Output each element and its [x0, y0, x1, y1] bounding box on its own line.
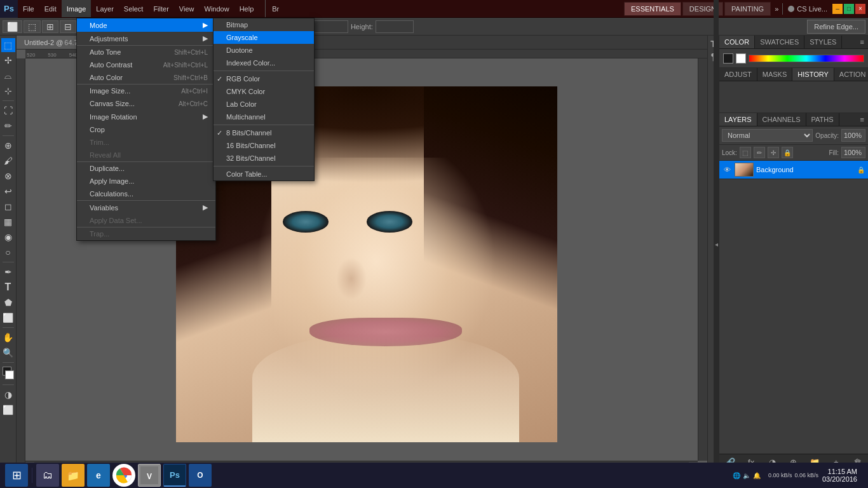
window-maximize[interactable]: □ — [844, 4, 854, 14]
tab-color[interactable]: COLOR — [719, 36, 755, 48]
tab-styles[interactable]: STYLES — [804, 36, 842, 48]
vertical-scrollbar[interactable] — [698, 58, 707, 461]
menu-image-size[interactable]: Image Size... Alt+Ctrl+I — [77, 85, 215, 97]
menu-help[interactable]: Help — [234, 0, 259, 17]
selection-options-btn[interactable]: ⬜ — [3, 20, 22, 33]
lock-all-btn[interactable]: 🔒 — [782, 147, 793, 158]
volume-icon[interactable]: 🔈 — [743, 472, 750, 479]
menu-trim[interactable]: Trim... — [77, 136, 215, 149]
taskbar-file-explorer[interactable]: 🗂 — [36, 464, 59, 487]
mode-multichannel[interactable]: Multichannel — [214, 111, 314, 123]
layer-item[interactable]: 👁 Background 🔒 — [719, 161, 868, 179]
taskbar-outlook[interactable]: O — [189, 464, 212, 487]
mode-8bit[interactable]: ✓ 8 Bits/Channel — [214, 126, 314, 139]
menu-variables[interactable]: Variables ▶ — [77, 201, 215, 214]
menu-reveal-all[interactable]: Reveal All — [77, 149, 215, 161]
lock-pixels-btn[interactable]: ✏ — [754, 147, 765, 158]
menu-auto-tone[interactable]: Auto Tone Shift+Ctrl+L — [77, 46, 215, 58]
subtract-selection-btn[interactable]: ⊟ — [60, 20, 76, 33]
mode-32bit[interactable]: 32 Bits/Channel — [214, 152, 314, 165]
refine-edge-button[interactable]: Refine Edge... — [807, 20, 865, 34]
dodge-tool[interactable]: ○ — [1, 245, 15, 259]
width-input[interactable] — [310, 20, 348, 33]
screen-mode-btn[interactable]: ⬜ — [1, 403, 15, 417]
pen-tool[interactable]: ✒ — [1, 265, 15, 279]
workspace-painting[interactable]: PAINTING — [724, 2, 771, 16]
blur-tool[interactable]: ◉ — [1, 230, 15, 244]
quick-mask-btn[interactable]: ◑ — [1, 388, 15, 402]
tab-channels[interactable]: CHANNELS — [757, 113, 806, 126]
taskbar-ie[interactable]: e — [87, 464, 110, 487]
menu-layer[interactable]: Layer — [91, 0, 119, 17]
menu-duplicate[interactable]: Duplicate... — [77, 162, 215, 175]
tab-swatches[interactable]: SWATCHES — [755, 36, 804, 48]
mode-color-table[interactable]: Color Table... — [214, 168, 314, 180]
tab-masks[interactable]: MASKS — [757, 68, 793, 81]
taskbar-chrome[interactable] — [112, 464, 135, 487]
brush-tool[interactable]: 🖌 — [1, 154, 15, 168]
tab-action[interactable]: ACTION — [834, 68, 868, 81]
mode-bitmap[interactable]: Bitmap — [214, 18, 314, 31]
mode-cmyk[interactable]: CMYK Color — [214, 85, 314, 98]
text-tool[interactable]: T — [1, 280, 15, 294]
taskbar-photoshop[interactable]: Ps — [163, 464, 186, 487]
menu-canvas-size[interactable]: Canvas Size... Alt+Ctrl+C — [77, 97, 215, 110]
mode-duotone[interactable]: Duotone — [214, 44, 314, 57]
tab-adjust[interactable]: ADJUST — [719, 68, 757, 81]
menu-trap[interactable]: Trap... — [77, 227, 215, 240]
window-close[interactable]: × — [855, 4, 865, 14]
fill-input[interactable] — [841, 147, 865, 158]
panel-third-more[interactable]: ≡ — [857, 113, 868, 126]
menu-apply-data-set[interactable]: Apply Data Set... — [77, 214, 215, 227]
menu-view[interactable]: View — [174, 0, 200, 17]
workspace-essentials[interactable]: ESSENTIALS — [624, 2, 681, 16]
lock-transparent-btn[interactable]: ⬚ — [740, 147, 751, 158]
panel-collapse-btn[interactable]: ◂ — [714, 0, 719, 488]
height-input[interactable] — [376, 20, 414, 33]
gradient-tool[interactable]: ▦ — [1, 215, 15, 229]
lock-position-btn[interactable]: ✢ — [768, 147, 779, 158]
menu-mode[interactable]: Mode ▶ — [77, 18, 215, 32]
add-selection-btn[interactable]: ⊞ — [42, 20, 58, 33]
menu-crop[interactable]: Crop — [77, 123, 215, 136]
menu-auto-contrast[interactable]: Auto Contrast Alt+Shift+Ctrl+L — [77, 58, 215, 71]
mode-grayscale[interactable]: Grayscale — [214, 31, 314, 44]
cs-live-btn[interactable]: CS Live... — [797, 5, 827, 13]
menu-image-rotation[interactable]: Image Rotation ▶ — [77, 110, 215, 123]
tab-paths[interactable]: PATHS — [806, 113, 839, 126]
taskbar-clock[interactable]: 11:15 AM 03/20/2016 — [822, 468, 860, 483]
taskbar-vmware[interactable]: V — [138, 464, 161, 487]
bg-color-swatch[interactable] — [736, 53, 746, 64]
menu-br[interactable]: Br — [265, 0, 284, 17]
background-color[interactable] — [5, 370, 14, 379]
menu-apply-image[interactable]: Apply Image... — [77, 175, 215, 187]
mode-lab[interactable]: Lab Color — [214, 98, 314, 111]
layer-visibility-eye[interactable]: 👁 — [722, 165, 732, 175]
hand-tool[interactable]: ✋ — [1, 330, 15, 344]
mode-indexed[interactable]: Indexed Color... — [214, 57, 314, 69]
menu-file[interactable]: File — [18, 0, 39, 17]
crop-tool[interactable]: ⛶ — [1, 104, 15, 118]
mode-16bit[interactable]: 16 Bits/Channel — [214, 139, 314, 152]
eraser-tool[interactable]: ◻ — [1, 200, 15, 214]
workspace-more[interactable]: » — [772, 5, 781, 13]
panel-top-more[interactable]: ≡ — [857, 36, 868, 48]
lasso-tool[interactable]: ⌓ — [1, 69, 15, 83]
menu-edit[interactable]: Edit — [39, 0, 62, 17]
new-selection-btn[interactable]: ⬚ — [24, 20, 41, 33]
move-tool[interactable]: ✢ — [1, 53, 15, 67]
clone-tool[interactable]: ⊗ — [1, 169, 15, 183]
fg-color-swatch[interactable] — [723, 53, 733, 64]
heal-tool[interactable]: ⊕ — [1, 139, 15, 152]
network-icon[interactable]: 🌐 — [733, 472, 740, 479]
history-tool[interactable]: ↩ — [1, 184, 15, 198]
menu-calculations[interactable]: Calculations... — [77, 187, 215, 200]
menu-auto-color[interactable]: Auto Color Shift+Ctrl+B — [77, 71, 215, 84]
shape-tool[interactable]: ⬜ — [1, 311, 15, 325]
tab-history[interactable]: HISTORY — [792, 68, 834, 81]
color-spectrum[interactable] — [749, 55, 864, 62]
blend-mode-select[interactable]: Normal — [722, 129, 813, 142]
taskbar-folder[interactable]: 📁 — [62, 464, 85, 487]
menu-adjustments[interactable]: Adjustments ▶ — [77, 32, 215, 45]
start-button[interactable]: ⊞ — [5, 464, 28, 487]
